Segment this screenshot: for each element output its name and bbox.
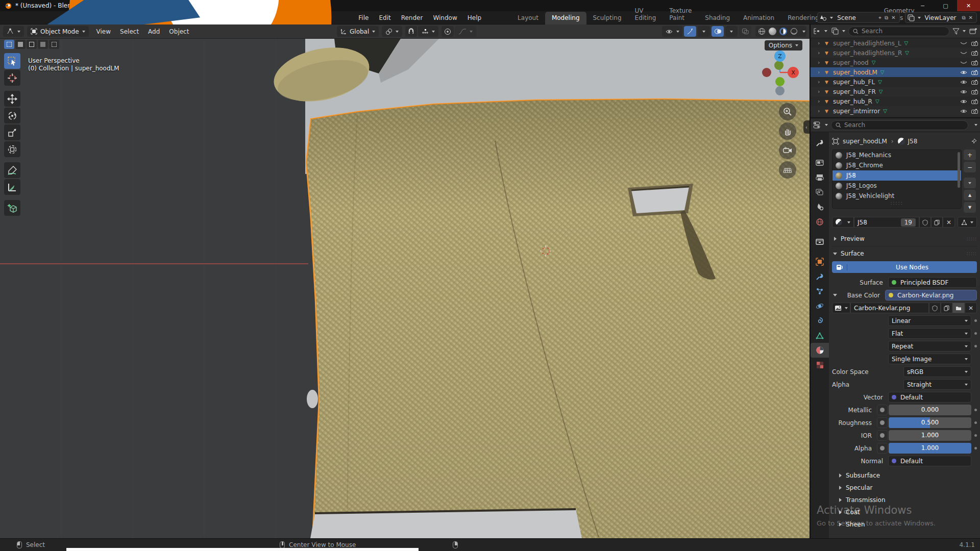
editor-type-button[interactable] — [3, 26, 24, 37]
expand-icon[interactable]: › — [818, 98, 825, 105]
tab-animation[interactable]: Animation — [737, 12, 781, 24]
snap-toggle[interactable] — [405, 26, 417, 37]
tab-view-layer[interactable] — [811, 185, 829, 199]
ior-socket[interactable] — [877, 430, 888, 441]
pan-view-button[interactable] — [779, 122, 796, 140]
ior-slider[interactable]: 1.000 — [889, 430, 971, 441]
slots-scrollbar[interactable] — [958, 152, 960, 188]
menu-render[interactable]: Render — [396, 12, 428, 23]
unlink-image-button[interactable]: ✕ — [965, 303, 977, 313]
users-count-badge[interactable]: 19 — [901, 218, 916, 227]
remove-slot-button[interactable]: − — [964, 162, 976, 172]
tab-material[interactable] — [811, 343, 829, 358]
outliner-row[interactable]: › ▼ super_hood ▽ — [811, 58, 980, 67]
new-collection-icon[interactable] — [969, 28, 977, 35]
tool-move[interactable] — [4, 91, 20, 107]
expand-icon[interactable]: › — [818, 88, 825, 95]
proportional-edit-toggle[interactable] — [442, 26, 454, 37]
surface-shader-field[interactable]: Principled BSDF — [888, 277, 977, 288]
tab-modifiers[interactable] — [811, 269, 829, 284]
properties-editor-icon[interactable] — [813, 121, 822, 129]
tab-scene[interactable] — [811, 199, 829, 214]
tab-physics[interactable] — [811, 298, 829, 313]
base-color-expand[interactable] — [833, 294, 837, 296]
render-camera-icon[interactable] — [971, 109, 978, 114]
menu-select[interactable]: Select — [115, 28, 143, 35]
hide-eye-icon[interactable] — [960, 41, 967, 45]
slot-row-selected[interactable]: J58 — [832, 170, 961, 181]
source-dropdown[interactable]: Single Image — [888, 354, 971, 364]
xray-toggle[interactable] — [739, 26, 751, 37]
list-resize-grip[interactable]: ::::: — [832, 201, 961, 205]
expand-icon[interactable]: › — [818, 69, 825, 76]
roughness-slider[interactable]: 0.500 — [889, 417, 971, 428]
outliner-row[interactable]: › ▼ super_hub_FR ▽ — [811, 87, 980, 96]
alpha-socket[interactable] — [877, 443, 888, 454]
render-camera-icon[interactable] — [971, 80, 978, 85]
hide-eye-icon[interactable] — [960, 61, 967, 65]
tool-transform[interactable] — [4, 141, 20, 157]
tab-object-data[interactable] — [811, 328, 829, 343]
select-intersect-button[interactable] — [49, 40, 59, 49]
display-mode-caret[interactable] — [842, 30, 845, 32]
orthographic-toggle-button[interactable] — [779, 161, 796, 179]
menu-object[interactable]: Object — [164, 28, 193, 35]
outliner-editor-icon[interactable] — [813, 28, 821, 35]
render-camera-icon[interactable] — [971, 89, 978, 94]
tab-object[interactable] — [811, 254, 829, 269]
maximize-button[interactable]: ▢ — [934, 0, 957, 11]
expand-icon[interactable]: › — [818, 49, 825, 56]
tool-select-box[interactable] — [4, 53, 20, 69]
menu-help[interactable]: Help — [462, 12, 486, 23]
tab-shading[interactable]: Shading — [698, 12, 737, 24]
viewlayer-selector[interactable]: ViewLayer ⧉ ✕ — [905, 12, 977, 23]
tool-measure[interactable] — [4, 179, 20, 195]
slot-specials-button[interactable] — [964, 178, 976, 188]
overlays-dropdown[interactable] — [725, 26, 738, 37]
alpha-slider[interactable]: 1.000 — [889, 443, 971, 454]
proportional-falloff-dropdown[interactable] — [455, 26, 476, 37]
scene-selector[interactable]: Scene ⌖ ⧉ ✕ — [817, 12, 899, 23]
pivot-point-dropdown[interactable] — [382, 26, 402, 37]
tab-modeling[interactable]: Modeling — [545, 12, 586, 24]
tab-output[interactable] — [811, 170, 829, 185]
projection-dropdown[interactable]: Flat — [888, 328, 971, 339]
region-collapse-arrow[interactable]: ‹ — [803, 120, 810, 134]
move-slot-up-button[interactable]: ▲ — [964, 190, 976, 201]
slot-row[interactable]: J58_Mechanics — [832, 150, 961, 160]
specular-panel-header[interactable]: Specular — [832, 482, 977, 494]
tool-add-cube[interactable] — [4, 200, 20, 216]
metallic-slider[interactable]: 0.000 — [889, 405, 971, 415]
image-name-field[interactable]: Carbon-Kevlar.png — [850, 303, 929, 313]
transmission-panel-header[interactable]: Transmission — [832, 494, 977, 506]
nodetree-filter-button[interactable] — [958, 217, 977, 228]
extension-dropdown[interactable]: Repeat — [888, 341, 971, 352]
tab-sculpting[interactable]: Sculpting — [586, 12, 628, 24]
render-camera-icon[interactable] — [971, 70, 978, 75]
render-camera-icon[interactable] — [971, 51, 978, 56]
navigation-gizmo[interactable]: Z X — [760, 50, 800, 96]
tool-scale[interactable] — [4, 124, 20, 140]
expand-icon[interactable]: › — [818, 59, 825, 66]
preview-panel-header[interactable]: Preview::::: — [832, 233, 977, 245]
image-fake-user-button[interactable] — [929, 303, 941, 313]
close-button[interactable]: ✕ — [957, 0, 980, 11]
tab-texture-paint[interactable]: Texture Paint — [663, 5, 698, 24]
gizmos-toggle[interactable] — [684, 26, 696, 37]
tab-tool[interactable] — [811, 135, 829, 150]
outliner-row[interactable]: › ▼ super_hub_FL ▽ — [811, 77, 980, 87]
tab-collection[interactable] — [811, 234, 829, 249]
copy-icon[interactable]: ⧉ — [883, 15, 890, 21]
outliner-row[interactable]: › ▼ super_intmirror ▽ — [811, 106, 980, 116]
tab-texture[interactable] — [811, 358, 829, 372]
tab-world[interactable] — [811, 214, 829, 229]
render-camera-icon[interactable] — [971, 99, 978, 104]
breadcrumb-object[interactable]: super_hoodLM — [843, 138, 887, 145]
menu-add[interactable]: Add — [143, 28, 164, 35]
surface-panel-header[interactable]: Surface::::: — [832, 247, 977, 260]
tab-uv-editing[interactable]: UV Editing — [628, 5, 663, 24]
editor-type-caret[interactable] — [825, 124, 828, 126]
move-slot-down-button[interactable]: ▼ — [964, 202, 976, 213]
shading-dropdown[interactable] — [802, 31, 805, 33]
slot-row[interactable]: J58_Vehiclelight — [832, 191, 961, 201]
